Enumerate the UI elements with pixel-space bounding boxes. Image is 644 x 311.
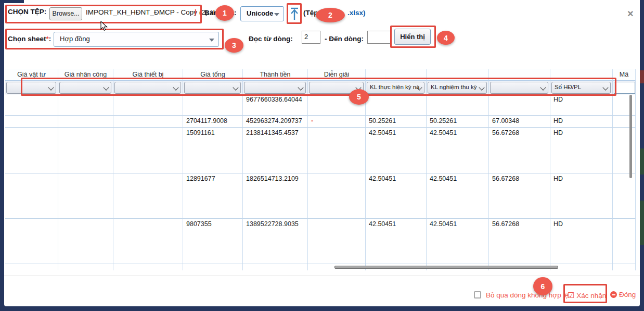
close-button[interactable]: Đóng [610, 291, 636, 298]
table-cell [613, 219, 636, 264]
annotation-marker-5: 5 [349, 89, 369, 105]
vertical-scrollbar[interactable] [629, 95, 632, 178]
table-cell [613, 128, 636, 173]
import-dialog-screen: CHỌN TỆP: Browse... IMPORT_KH_HĐNT_ĐMCP … [0, 0, 644, 311]
table-cell: 56.67268 [489, 219, 550, 264]
column-filter-input[interactable] [614, 82, 635, 94]
table-cell: 42.50451 [427, 173, 489, 219]
annotation-box-3 [5, 29, 224, 49]
table-cell [613, 264, 636, 270]
table-cell [113, 219, 183, 264]
table-cell: HD [550, 94, 613, 116]
table-cell [366, 94, 427, 116]
annotation-marker-2: 2 [316, 8, 345, 22]
table-cell [427, 94, 489, 116]
table-cell [613, 116, 636, 128]
table-cell [613, 94, 636, 116]
table-cell: 1389522728.9035 [243, 219, 308, 264]
table-cell: 42.50451 [366, 219, 427, 264]
table-cell [613, 173, 636, 219]
table-cell [550, 264, 613, 270]
table-cell [5, 264, 58, 270]
annotation-marker-4: 4 [437, 31, 455, 45]
table-cell: 42.50451 [427, 128, 489, 173]
annotation-marker-6: 6 [533, 277, 552, 295]
table-cell [308, 128, 366, 173]
annotation-box-5 [21, 78, 616, 96]
table-cell [183, 94, 243, 116]
table-cell: 452963274.209737 [243, 116, 308, 128]
table-cell: 2138141345.4537 [243, 128, 308, 173]
annotation-marker-3: 3 [225, 38, 243, 53]
horizontal-scrollbar[interactable] [334, 266, 558, 269]
table-cell: HD [550, 173, 613, 219]
table-cell: 56.67268 [489, 173, 550, 219]
annotation-box-4 [390, 26, 436, 48]
table-cell [58, 128, 113, 173]
table-cell [183, 264, 243, 270]
table-cell [113, 264, 183, 270]
table-cell: 2704117.9008 [183, 116, 243, 128]
table-cell [113, 128, 183, 173]
table-cell [58, 264, 113, 270]
table-cell: 42.50451 [366, 173, 427, 219]
skip-invalid-checkbox[interactable] [474, 291, 481, 298]
table-cell [5, 128, 58, 173]
table-cell: 9677660336.64044 [243, 94, 308, 116]
table-cell [243, 264, 308, 270]
table-cell: 1826514713.2109 [243, 173, 308, 219]
table-cell [113, 94, 183, 116]
table-cell: 56.67268 [489, 128, 550, 173]
table-cell: 50.25261 [427, 116, 489, 128]
table-cell: 42.50451 [366, 128, 427, 173]
table-cell: HD [550, 116, 613, 128]
table-cell [489, 94, 550, 116]
table-cell [58, 173, 113, 219]
minus-circle-icon [610, 291, 617, 298]
table-cell [58, 219, 113, 264]
table-cell [113, 173, 183, 219]
table-cell [308, 219, 366, 264]
table-cell: HD [550, 219, 613, 264]
table-cell [58, 116, 113, 128]
table-cell [5, 116, 58, 128]
table-cell [5, 219, 58, 264]
table-cell [308, 173, 366, 219]
annotation-marker-1: 1 [215, 5, 234, 21]
table-cell: - [308, 116, 366, 128]
table-cell: HD [550, 128, 613, 173]
table-cell [113, 116, 183, 128]
annotation-box-2 [287, 3, 302, 24]
mouse-cursor [100, 21, 108, 33]
table-cell: 67.00348 [489, 116, 550, 128]
close-label: Đóng [619, 291, 636, 298]
skip-invalid-label: Bỏ qua dòng không hợp lệ [486, 291, 569, 299]
table-cell [5, 173, 58, 219]
table-cell: 50.25261 [366, 116, 427, 128]
annotation-box-6 [563, 284, 607, 303]
table-cell: 15091161 [183, 128, 243, 173]
table-cell: 42.50451 [427, 219, 489, 264]
table-cell [5, 94, 58, 116]
table-cell: 9807355 [183, 219, 243, 264]
footer-divider [4, 276, 640, 276]
table-cell: 12891677 [183, 173, 243, 219]
table-cell [58, 94, 113, 116]
